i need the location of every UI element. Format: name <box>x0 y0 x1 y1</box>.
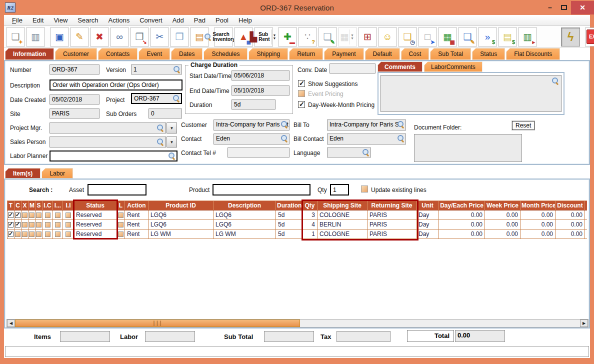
row1-m-checkbox[interactable] <box>28 210 36 220</box>
row3-m-checkbox[interactable] <box>28 230 36 239</box>
tab-return[interactable]: Return <box>289 48 323 60</box>
project-mgr-combo[interactable]: ▼ <box>50 122 177 134</box>
row1-status[interactable]: Reserved <box>74 210 117 220</box>
tab-schedules[interactable]: Schedules <box>204 48 248 60</box>
blocks-button[interactable]: ▦▦ <box>438 28 457 46</box>
contact-lookup-icon[interactable] <box>281 135 288 142</box>
contact-field[interactable]: Eden <box>214 134 290 144</box>
document-folder-box[interactable] <box>414 134 522 162</box>
row3-s-checkbox[interactable] <box>36 230 42 239</box>
product-input[interactable] <box>212 184 310 196</box>
customer-field[interactable]: Intra-Company for Paris Sit <box>214 120 290 130</box>
row1-month-price[interactable]: 0.00 <box>520 210 556 220</box>
row1-unit[interactable]: Day <box>416 210 439 220</box>
row2-returning-site[interactable]: PARIS <box>368 220 416 230</box>
row1-c-checkbox[interactable] <box>14 210 22 220</box>
new-document-button[interactable]: ❏✦ <box>6 28 25 46</box>
maximize-button[interactable] <box>557 4 571 12</box>
money-transfer-button[interactable]: »$ <box>478 28 497 46</box>
row2-duration[interactable]: 5d <box>276 220 302 230</box>
row1-shipping-site[interactable]: COLOGNE <box>318 210 368 220</box>
row3-ii-checkbox[interactable] <box>63 230 74 239</box>
scrollbar-thumb[interactable]: ┃┃┃ <box>15 320 300 327</box>
show-suggestions-checkbox[interactable] <box>298 80 305 87</box>
row1-t-checkbox[interactable] <box>8 210 14 220</box>
save-button[interactable]: ▣ <box>50 28 69 46</box>
row1-product-id[interactable]: LGQ6 <box>148 210 214 220</box>
calendar-button[interactable]: ▦▼▼ <box>338 28 357 46</box>
row2-l-checkbox[interactable] <box>117 220 125 230</box>
row3-month-price[interactable]: 0.00 <box>520 230 556 239</box>
row1-week-price[interactable]: 0.00 <box>485 210 520 220</box>
menu-search[interactable]: Search <box>72 16 103 25</box>
day-week-month-checkbox[interactable] <box>298 101 305 108</box>
row1-description[interactable]: LGQ6 <box>214 210 276 220</box>
row2-discount[interactable]: 0.00 <box>556 220 585 230</box>
row3-idot-checkbox[interactable] <box>53 230 63 239</box>
edit-button[interactable]: ✎ <box>70 28 89 46</box>
availability-question-button[interactable]: ∵? <box>298 28 317 46</box>
row2-s-checkbox[interactable] <box>36 220 42 230</box>
row3-returning-site[interactable]: PARIS <box>368 230 416 239</box>
row1-ic-checkbox[interactable] <box>42 210 53 220</box>
project-mgr-lookup-icon[interactable] <box>157 124 164 132</box>
money-notes-button[interactable]: ▤$ <box>498 28 517 46</box>
copy-special-button[interactable]: ❐➘ <box>130 28 149 46</box>
tab-shipping[interactable]: Shipping <box>248 48 288 60</box>
row2-day-each-price[interactable]: 0.00 <box>439 220 485 230</box>
sales-person-combo[interactable]: ▼ <box>50 136 177 148</box>
tab-labor[interactable]: Labor <box>42 168 73 178</box>
row2-ic-checkbox[interactable] <box>42 220 53 230</box>
row2-week-price[interactable]: 0.00 <box>485 220 520 230</box>
row1-action[interactable]: Rent <box>125 210 148 220</box>
tab-laborcomments[interactable]: LaborComments <box>424 62 482 72</box>
minimize-button[interactable]: – <box>543 4 557 12</box>
tab-cost[interactable]: Cost <box>401 48 430 60</box>
copy-button[interactable]: ❐ <box>170 28 189 46</box>
row2-description[interactable]: LGQ6 <box>214 220 276 230</box>
print-button[interactable]: ▥ <box>26 28 45 46</box>
row1-ii-checkbox[interactable] <box>63 210 74 220</box>
tab-comments[interactable]: Comments <box>378 62 422 72</box>
menu-help[interactable]: Help <box>234 16 257 25</box>
row2-m-checkbox[interactable] <box>28 220 36 230</box>
key-button[interactable]: □➤ <box>418 28 437 46</box>
row2-month-price[interactable]: 0.00 <box>520 220 556 230</box>
bill-to-field[interactable]: Intra-Company for Paris Sit <box>327 120 406 130</box>
row1-duration[interactable]: 5d <box>276 210 302 220</box>
tab-contacts[interactable]: Contacts <box>98 48 138 60</box>
menu-actions[interactable]: Actions <box>104 16 135 25</box>
menu-convert[interactable]: Convert <box>134 16 168 25</box>
menu-pad[interactable]: Pad <box>189 16 210 25</box>
row2-c-checkbox[interactable] <box>14 220 22 230</box>
row3-description[interactable]: LG WM <box>214 230 276 239</box>
row2-t-checkbox[interactable] <box>8 220 14 230</box>
row2-idot-checkbox[interactable] <box>53 220 63 230</box>
row2-ne[interactable] <box>585 220 588 230</box>
bill-to-lookup-icon[interactable] <box>398 121 404 128</box>
customer-lookup-icon[interactable] <box>281 121 288 128</box>
row1-discount[interactable]: 0.00 <box>556 210 585 220</box>
version-field[interactable]: 1 <box>131 64 182 74</box>
tab-item-s-[interactable]: Item(s) <box>5 168 40 178</box>
row1-ne[interactable] <box>585 210 588 220</box>
smiley-button[interactable]: ☺ <box>378 28 397 46</box>
labor-planner-lookup-icon[interactable] <box>168 152 176 160</box>
language-lookup-icon[interactable] <box>362 149 370 156</box>
row2-product-id[interactable]: LGQ6 <box>148 220 214 230</box>
edit-note-button[interactable]: ❑✎ <box>458 28 477 46</box>
folder-clock-button[interactable]: ❏◷ <box>398 28 417 46</box>
menu-view[interactable]: View <box>48 16 72 25</box>
row1-l-checkbox[interactable] <box>117 210 125 220</box>
delete-button[interactable]: ✖ <box>90 28 109 46</box>
row2-unit[interactable]: Day <box>416 220 439 230</box>
row3-x-checkbox[interactable] <box>22 230 28 239</box>
add-remove-line-button[interactable]: ✚▬ <box>278 28 297 46</box>
row3-product-id[interactable]: LG WM <box>148 230 214 239</box>
language-field[interactable] <box>327 148 371 158</box>
scroll-right-icon[interactable]: ▶ <box>580 320 588 327</box>
bill-contact-lookup-icon[interactable] <box>398 135 404 142</box>
bill-contact-field[interactable]: Eden <box>327 134 406 144</box>
cut-button[interactable]: ✂ <box>150 28 169 46</box>
update-existing-lines-checkbox[interactable] <box>361 186 368 192</box>
